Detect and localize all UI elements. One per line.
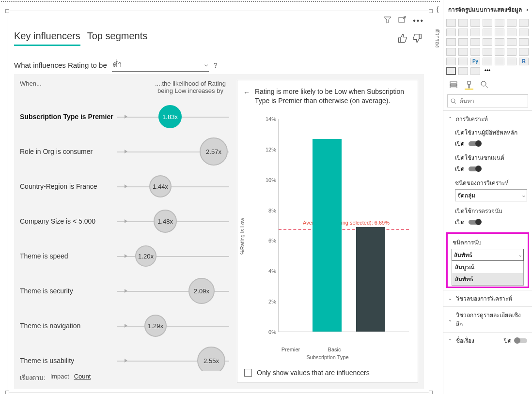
viz-type-icon[interactable] [483, 48, 492, 56]
influencer-row[interactable]: Role in Org is consumer2.57x [20, 134, 229, 169]
toggle-enable-seg[interactable] [469, 167, 481, 171]
section-vis-drill[interactable]: ⌄วิชวลการดูรายละเอียดเชิงลึก [443, 307, 532, 332]
question-prefix: What influences Rating to be [14, 61, 107, 69]
toggle-title[interactable] [515, 338, 527, 343]
influencer-bubble[interactable]: 1.44x [149, 175, 172, 197]
viz-type-icon[interactable] [470, 38, 480, 46]
influencer-bubble[interactable]: 1.83x [158, 105, 182, 128]
influence-value-dropdown[interactable]: ต่ำ ⌵ [112, 59, 209, 72]
filters-side-tab[interactable]: ตัวกรอง [432, 29, 442, 47]
viz-type-icon[interactable] [458, 19, 468, 27]
option-absolute[interactable]: สัมบูรณ์ [452, 261, 523, 273]
label-analysis-type: ชนิดของการวิเคราะห์ [443, 177, 532, 188]
viz-type-icon[interactable] [458, 58, 468, 65]
viz-type-r-icon[interactable]: R [519, 58, 529, 65]
viz-type-icon[interactable] [507, 29, 516, 36]
viz-type-icon[interactable] [519, 48, 529, 56]
toggle-enable-key[interactable] [469, 141, 481, 146]
more-visuals-icon[interactable]: ••• [483, 67, 492, 75]
help-icon[interactable]: ? [214, 61, 218, 69]
option-relative[interactable]: สัมพัทธ์ [452, 273, 523, 285]
chevron-right-icon[interactable]: › [526, 6, 528, 13]
viz-type-icon[interactable] [495, 48, 504, 56]
viz-type-icon[interactable] [458, 48, 468, 56]
influencer-bubble[interactable]: 2.09x [188, 278, 215, 304]
viz-type-icon[interactable] [470, 29, 480, 36]
influencer-row[interactable]: Theme is speed1.20x [20, 239, 229, 273]
influencer-row[interactable]: Theme is security2.09x [20, 273, 229, 308]
x-axis-label: Subscription Type [306, 354, 348, 360]
chart-bar[interactable] [356, 227, 385, 332]
viz-type-icon[interactable] [458, 67, 468, 75]
format-tab-icon[interactable] [465, 81, 473, 90]
chevron-down-icon: ⌵ [522, 193, 525, 198]
viz-type-icon[interactable] [507, 19, 516, 27]
section-analysis[interactable]: ⌃การวิเคราะห์ [443, 111, 532, 127]
viz-type-icon[interactable] [483, 58, 492, 65]
tab-top-segments[interactable]: Top segments [87, 30, 148, 46]
influencer-row[interactable]: Subscription Type is Premier1.83x [20, 99, 229, 134]
format-search-input[interactable]: ค้นหา [447, 94, 528, 107]
tab-key-influencers[interactable]: Key influencers [14, 30, 80, 46]
influencer-row[interactable]: Theme is usability2.55x [20, 343, 229, 371]
fields-tab-icon[interactable] [449, 81, 458, 90]
viz-type-icon[interactable] [470, 67, 480, 75]
viz-type-icon[interactable] [495, 38, 504, 46]
only-influencers-checkbox[interactable] [244, 369, 252, 377]
viz-type-icon[interactable] [519, 38, 529, 46]
influencer-bubble[interactable]: 2.57x [200, 137, 228, 166]
label-count-type: ชนิดการนับ [449, 237, 527, 248]
label-enable-key: เปิดใช้งานผู้มีอิทธิพลหลัก [443, 127, 532, 138]
viz-type-icon[interactable] [507, 58, 516, 65]
toggle-enable-count[interactable] [469, 220, 481, 225]
viz-type-icon[interactable] [483, 19, 492, 27]
viz-type-icon[interactable] [446, 19, 456, 27]
viz-type-icon[interactable] [446, 48, 456, 56]
y-tick: 2% [268, 299, 276, 304]
viz-type-icon[interactable] [507, 48, 516, 56]
viz-type-icon[interactable] [446, 58, 456, 65]
x-category: Basic [328, 347, 341, 352]
influencer-bubble[interactable]: 2.55x [197, 347, 225, 371]
chart-bar[interactable] [313, 139, 342, 332]
viz-type-icon[interactable] [458, 29, 468, 36]
thumbs-up-icon[interactable] [398, 33, 407, 45]
viz-type-py-icon[interactable]: Py [470, 58, 480, 65]
viz-type-icon[interactable] [446, 38, 456, 46]
format-pane: การจัดรูปแบบการแสดงข้อมูล › PyR ••• ค้นห… [443, 0, 532, 394]
viz-type-icon[interactable] [470, 19, 480, 27]
section-vis-analysis[interactable]: ⌄วิชวลของการวิเคราะห์ [443, 290, 532, 306]
analytics-tab-icon[interactable] [480, 81, 489, 90]
viz-type-icon[interactable] [458, 38, 468, 46]
viz-type-icon[interactable] [507, 38, 516, 46]
more-options-icon[interactable]: ••• [413, 16, 424, 25]
viz-type-icon[interactable] [495, 19, 504, 27]
thumbs-down-icon[interactable] [412, 33, 422, 45]
visualization-gallery: PyR ••• [443, 17, 532, 77]
filter-icon[interactable] [384, 16, 391, 26]
viz-type-icon[interactable] [483, 38, 492, 46]
influencer-row[interactable]: Company Size is < 5.0001.48x [20, 204, 229, 239]
viz-type-icon[interactable] [483, 29, 492, 36]
influencer-bubble[interactable]: 1.20x [135, 245, 156, 267]
influencer-row[interactable]: Country-Region is France1.44x [20, 169, 229, 204]
dropdown-analysis-type[interactable]: จัดกลุ่ม⌵ [455, 189, 527, 201]
viz-type-icon[interactable] [519, 19, 529, 27]
dropdown-count-type[interactable]: สัมพัทธ์⌵ [452, 249, 524, 261]
viz-type-icon[interactable] [470, 48, 480, 56]
viz-type-icon[interactable] [519, 29, 529, 36]
viz-type-icon[interactable] [495, 58, 504, 65]
viz-type-icon[interactable] [446, 29, 456, 36]
pane-title: การจัดรูปแบบการแสดงข้อมูล [448, 5, 522, 14]
viz-type-key-influencers-icon[interactable] [446, 67, 456, 75]
influencer-bubble[interactable]: 1.48x [154, 210, 177, 233]
influencer-row[interactable]: Theme is navigation1.29x [20, 308, 229, 343]
sort-impact[interactable]: Impact [50, 373, 69, 383]
section-title[interactable]: ⌄ชื่อเรื่อง ปิด [443, 333, 532, 349]
viz-type-icon[interactable] [495, 29, 504, 36]
focus-mode-icon[interactable] [398, 16, 406, 26]
sort-count[interactable]: Count [74, 373, 91, 383]
influencer-bubble[interactable]: 1.29x [144, 315, 167, 337]
collapse-rail-icon[interactable]: ⟨ [434, 5, 441, 14]
back-arrow-icon[interactable]: ← [243, 87, 250, 106]
